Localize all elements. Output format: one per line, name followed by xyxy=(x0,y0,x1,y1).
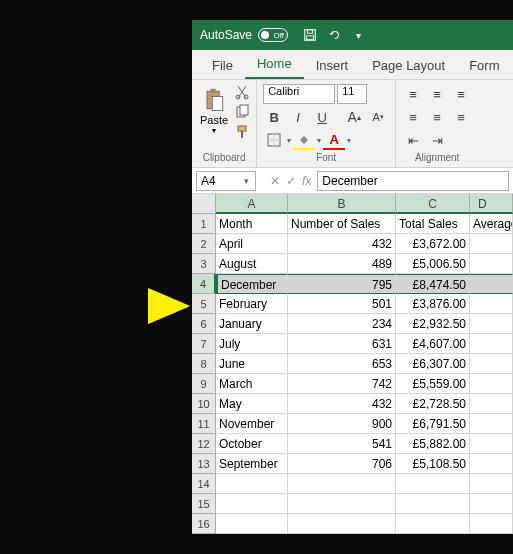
row-header[interactable]: 8 xyxy=(192,354,216,374)
row-header[interactable]: 15 xyxy=(192,494,216,514)
cell[interactable]: £6,307.00 xyxy=(396,354,470,374)
cell[interactable]: Month xyxy=(216,214,288,234)
italic-button[interactable]: I xyxy=(287,107,309,127)
cell[interactable]: March xyxy=(216,374,288,394)
col-header-C[interactable]: C xyxy=(396,194,470,214)
font-size-select[interactable]: 11 xyxy=(337,84,367,104)
cell[interactable]: £6,791.50 xyxy=(396,414,470,434)
row-header[interactable]: 16 xyxy=(192,514,216,534)
cell[interactable]: £2,728.50 xyxy=(396,394,470,414)
fx-icon[interactable]: fx xyxy=(302,174,311,188)
tab-home[interactable]: Home xyxy=(245,50,304,79)
cell[interactable]: £5,006.50 xyxy=(396,254,470,274)
cell[interactable]: Average xyxy=(470,214,513,234)
cell[interactable]: 234 xyxy=(288,314,396,334)
select-all-corner[interactable] xyxy=(192,194,216,214)
borders-button[interactable] xyxy=(263,130,285,150)
cell[interactable] xyxy=(470,454,513,474)
cell[interactable]: £5,559.00 xyxy=(396,374,470,394)
cell[interactable] xyxy=(396,494,470,514)
cell[interactable]: January xyxy=(216,314,288,334)
cell[interactable]: 432 xyxy=(288,234,396,254)
cancel-formula-icon[interactable]: ✕ xyxy=(270,174,280,188)
row-header[interactable]: 12 xyxy=(192,434,216,454)
cell[interactable]: July xyxy=(216,334,288,354)
font-color-button[interactable]: A xyxy=(323,130,345,150)
copy-icon[interactable] xyxy=(234,104,250,120)
cell[interactable] xyxy=(470,314,513,334)
cell[interactable]: June xyxy=(216,354,288,374)
paste-button[interactable]: Paste ▾ xyxy=(198,84,230,137)
tab-page-layout[interactable]: Page Layout xyxy=(360,52,457,79)
align-middle-icon[interactable]: ≡ xyxy=(426,84,448,104)
align-top-icon[interactable]: ≡ xyxy=(402,84,424,104)
col-header-D[interactable]: D xyxy=(470,194,513,214)
cell[interactable] xyxy=(470,494,513,514)
tab-formulas[interactable]: Form xyxy=(457,52,511,79)
cell[interactable]: 742 xyxy=(288,374,396,394)
row-header[interactable]: 4 xyxy=(192,274,216,294)
row-header[interactable]: 14 xyxy=(192,474,216,494)
col-header-A[interactable]: A xyxy=(216,194,288,214)
align-center-icon[interactable]: ≡ xyxy=(426,107,448,127)
cell[interactable]: £3,672.00 xyxy=(396,234,470,254)
cell[interactable] xyxy=(216,474,288,494)
font-name-select[interactable]: Calibri xyxy=(263,84,335,104)
cell[interactable]: £5,882.00 xyxy=(396,434,470,454)
cell[interactable]: December xyxy=(216,274,288,294)
cell[interactable] xyxy=(470,354,513,374)
cell[interactable]: 631 xyxy=(288,334,396,354)
cell[interactable]: £3,876.00 xyxy=(396,294,470,314)
underline-button[interactable]: U xyxy=(311,107,333,127)
cell[interactable] xyxy=(470,514,513,534)
cell[interactable] xyxy=(470,234,513,254)
name-box[interactable]: A4 ▾ xyxy=(196,171,256,191)
undo-icon[interactable] xyxy=(326,27,342,43)
cell[interactable]: April xyxy=(216,234,288,254)
cell[interactable] xyxy=(396,474,470,494)
tab-file[interactable]: File xyxy=(200,52,245,79)
align-left-icon[interactable]: ≡ xyxy=(402,107,424,127)
cell[interactable] xyxy=(470,374,513,394)
cell[interactable] xyxy=(470,254,513,274)
grow-font-icon[interactable]: A▴ xyxy=(343,107,365,127)
row-header[interactable]: 13 xyxy=(192,454,216,474)
autosave-toggle[interactable]: Off xyxy=(258,28,288,42)
row-header[interactable]: 9 xyxy=(192,374,216,394)
cell[interactable] xyxy=(470,334,513,354)
cell[interactable] xyxy=(470,414,513,434)
increase-indent-icon[interactable]: ⇥ xyxy=(426,130,448,150)
cell[interactable] xyxy=(470,434,513,454)
row-header[interactable]: 5 xyxy=(192,294,216,314)
formula-bar[interactable]: December xyxy=(317,171,509,191)
cell[interactable]: 653 xyxy=(288,354,396,374)
cell[interactable]: October xyxy=(216,434,288,454)
accept-formula-icon[interactable]: ✓ xyxy=(286,174,296,188)
cell[interactable] xyxy=(470,474,513,494)
cell[interactable] xyxy=(288,514,396,534)
row-header[interactable]: 10 xyxy=(192,394,216,414)
shrink-font-icon[interactable]: A▾ xyxy=(367,107,389,127)
cell[interactable]: £5,108.50 xyxy=(396,454,470,474)
row-header[interactable]: 11 xyxy=(192,414,216,434)
save-icon[interactable] xyxy=(302,27,318,43)
row-header[interactable]: 3 xyxy=(192,254,216,274)
col-header-B[interactable]: B xyxy=(288,194,396,214)
cell[interactable]: £2,932.50 xyxy=(396,314,470,334)
row-header[interactable]: 2 xyxy=(192,234,216,254)
cut-icon[interactable] xyxy=(234,84,250,100)
cell[interactable] xyxy=(216,514,288,534)
cell[interactable]: 706 xyxy=(288,454,396,474)
cell[interactable]: May xyxy=(216,394,288,414)
tab-insert[interactable]: Insert xyxy=(304,52,361,79)
cell[interactable] xyxy=(470,294,513,314)
cell[interactable] xyxy=(470,394,513,414)
cell[interactable]: 501 xyxy=(288,294,396,314)
spreadsheet-grid[interactable]: A B C D 1MonthNumber of SalesTotal Sales… xyxy=(192,194,513,534)
cell[interactable]: Total Sales xyxy=(396,214,470,234)
cell[interactable]: November xyxy=(216,414,288,434)
cell[interactable] xyxy=(396,514,470,534)
cell[interactable]: February xyxy=(216,294,288,314)
cell[interactable] xyxy=(216,494,288,514)
cell[interactable] xyxy=(288,474,396,494)
